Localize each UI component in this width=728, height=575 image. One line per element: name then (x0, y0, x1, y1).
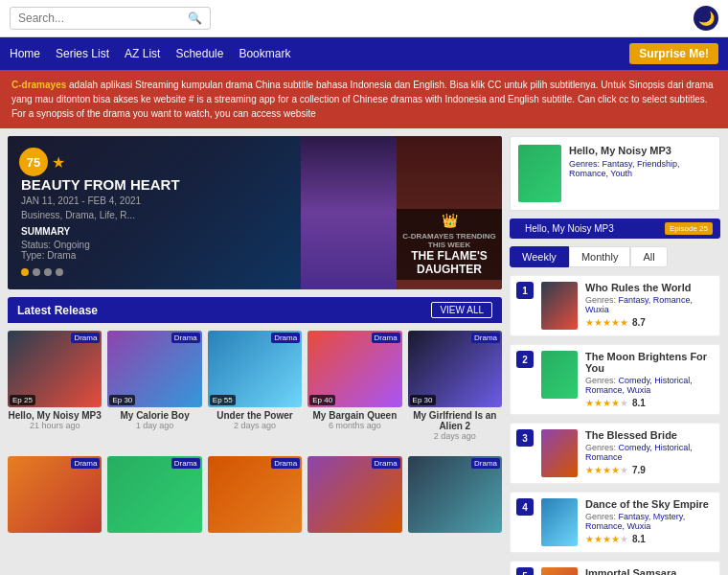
star-badge: 75 (19, 148, 48, 176)
drama-thumb: Drama Ep 40 (307, 331, 401, 407)
drama-title: My Girlfriend Is an Alien 2 (408, 410, 502, 431)
rank-title: Immortal Samsara (585, 567, 714, 575)
search-bar[interactable]: 🔍 (10, 7, 211, 30)
drama-title: Under the Power (208, 410, 302, 421)
drama-title: My Bargain Queen (307, 410, 401, 421)
tab-all[interactable]: All (630, 246, 667, 267)
left-column: 75 ★ BEAUTY FROM HEART JAN 11, 2021 - FE… (8, 136, 502, 575)
rank-genres: Genres: Fantasy, Romance, Wuxia (585, 295, 714, 314)
hero-title: BEAUTY FROM HEART (21, 176, 287, 193)
crown-icon: 👑 (442, 213, 458, 228)
drama-time: 21 hours ago (8, 421, 102, 430)
rank-number: 5 (516, 567, 534, 575)
latest-release-header: Latest Release VIEW ALL (8, 297, 502, 323)
hero-dot-2[interactable] (33, 268, 40, 276)
rank-info: Who Rules the World Genres: Fantasy, Rom… (585, 282, 714, 328)
info-icon: ℹ (517, 222, 521, 235)
rank-genres: Genres: Comedy, Historical, Romance (585, 443, 714, 462)
drama-card[interactable]: Drama Ep 30 My Calorie Boy 1 day ago (107, 331, 201, 441)
drama-episode: Ep 40 (309, 395, 335, 405)
nav-item-schedule[interactable]: Schedule (175, 47, 223, 60)
rank-title: The Blessed Bride (585, 429, 714, 441)
drama-thumb: Drama (208, 456, 302, 533)
ranking-list: 1 Who Rules the World Genres: Fantasy, R… (510, 275, 720, 575)
drama-thumb: Drama (107, 456, 201, 533)
rank-thumb (541, 282, 578, 330)
drama-card[interactable]: Drama (107, 456, 201, 536)
now-watching-bar[interactable]: ℹ Hello, My Noisy MP3 Episode 25 (510, 218, 720, 239)
notice-text: adalah aplikasi Streaming kumpulan drama… (11, 80, 714, 119)
rank-genres: Genres: Fantasy, Mystery, Romance, Wuxia (585, 512, 714, 531)
drama-card[interactable]: Drama (208, 456, 302, 536)
drama-time: 2 days ago (208, 421, 302, 430)
surprise-button[interactable]: Surprise Me! (629, 43, 718, 64)
trending-label: C-DRAMAYES TRENDING THIS WEEK (400, 232, 498, 249)
view-all-button[interactable]: VIEW ALL (431, 302, 492, 318)
rank-item[interactable]: 2 The Moon Brightens For You Genres: Com… (510, 344, 720, 415)
hero-genres: Business, Drama, Life, R... (21, 210, 287, 220)
latest-release-label: Latest Release (17, 304, 98, 317)
drama-badge: Drama (271, 333, 300, 343)
rank-info: The Moon Brightens For You Genres: Comed… (585, 351, 714, 408)
tab-weekly[interactable]: Weekly (510, 246, 569, 267)
rank-item[interactable]: 1 Who Rules the World Genres: Fantasy, R… (510, 275, 720, 336)
rank-score: 8.1 (632, 398, 646, 408)
drama-time: 6 months ago (307, 421, 401, 430)
nav-item-series[interactable]: Series List (56, 47, 109, 60)
rank-number: 4 (516, 498, 534, 516)
now-watching-title: Hello, My Noisy MP3 (525, 223, 614, 234)
featured-info: Hello, My Noisy MP3 Genres: Fantasy, Fri… (569, 145, 712, 202)
drama-thumb: Drama (408, 456, 502, 533)
drama-card[interactable]: Drama Ep 55 Under the Power 2 days ago (208, 331, 302, 441)
search-input[interactable] (18, 12, 188, 25)
nav-item-az[interactable]: AZ List (125, 47, 160, 60)
tab-monthly[interactable]: Monthly (569, 246, 631, 267)
rank-thumb (541, 567, 578, 575)
featured-card[interactable]: Hello, My Noisy MP3 Genres: Fantasy, Fri… (510, 136, 720, 211)
hero-status: Status: Ongoing (21, 240, 287, 250)
drama-card[interactable]: Drama (8, 456, 102, 536)
hero-slider[interactable]: 75 ★ BEAUTY FROM HEART JAN 11, 2021 - FE… (8, 136, 502, 289)
drama-card[interactable]: Drama Ep 40 My Bargain Queen 6 months ag… (307, 331, 401, 441)
rank-title: The Moon Brightens For You (585, 351, 714, 374)
rank-item[interactable]: 5 Immortal Samsara Genres: Drama, Fantas… (510, 561, 720, 575)
hero-dot-1[interactable] (21, 268, 29, 276)
drama-badge: Drama (471, 458, 500, 469)
rank-score: 8.1 (632, 534, 646, 544)
trending-title: THE FLAME'S DAUGHTER (400, 249, 498, 276)
nav-items: Home Series List AZ List Schedule Bookma… (10, 47, 290, 60)
rank-number: 1 (516, 282, 534, 299)
drama-card[interactable]: Drama Ep 25 Hello, My Noisy MP3 21 hours… (8, 331, 102, 441)
drama-thumb: Drama Ep 55 (208, 331, 302, 407)
nav-item-bookmark[interactable]: Bookmark (239, 47, 290, 60)
rank-item[interactable]: 3 The Blessed Bride Genres: Comedy, Hist… (510, 423, 720, 484)
drama-card[interactable]: Drama (307, 456, 401, 536)
hero-summary-label: SUMMARY (21, 226, 287, 237)
hero-trending[interactable]: 👑 C-DRAMAYES TRENDING THIS WEEK THE FLAM… (397, 136, 502, 289)
drama-time: 2 days ago (408, 431, 502, 441)
drama-episode: Ep 55 (210, 395, 236, 405)
moon-icon: 🌙 (698, 11, 715, 26)
navbar: Home Series List AZ List Schedule Bookma… (0, 37, 728, 70)
rank-thumb (541, 429, 578, 477)
rank-info: The Blessed Bride Genres: Comedy, Histor… (585, 429, 714, 475)
theme-toggle-button[interactable]: 🌙 (694, 6, 718, 31)
drama-episode: Ep 30 (109, 395, 135, 405)
rank-thumb (541, 351, 578, 399)
hero-dot-3[interactable] (44, 268, 52, 276)
drama-badge: Drama (471, 333, 500, 343)
drama-badge: Drama (372, 458, 400, 469)
ranking-tabs: Weekly Monthly All (510, 246, 720, 267)
hero-dot-4[interactable] (56, 268, 63, 276)
hero-dots (21, 268, 287, 276)
star-icon: ★ (52, 153, 65, 172)
drama-badge: Drama (71, 333, 100, 343)
rank-info: Immortal Samsara Genres: Drama, Fantasy,… (585, 567, 714, 575)
drama-title: My Calorie Boy (107, 410, 201, 421)
drama-card[interactable]: Drama (408, 456, 502, 536)
rank-item[interactable]: 4 Dance of the Sky Empire Genres: Fantas… (510, 492, 720, 553)
rank-info: Dance of the Sky Empire Genres: Fantasy,… (585, 498, 714, 544)
drama-grid-row1: Drama Ep 25 Hello, My Noisy MP3 21 hours… (8, 323, 502, 448)
nav-item-home[interactable]: Home (10, 47, 40, 60)
drama-card[interactable]: Drama Ep 30 My Girlfriend Is an Alien 2 … (408, 331, 502, 441)
